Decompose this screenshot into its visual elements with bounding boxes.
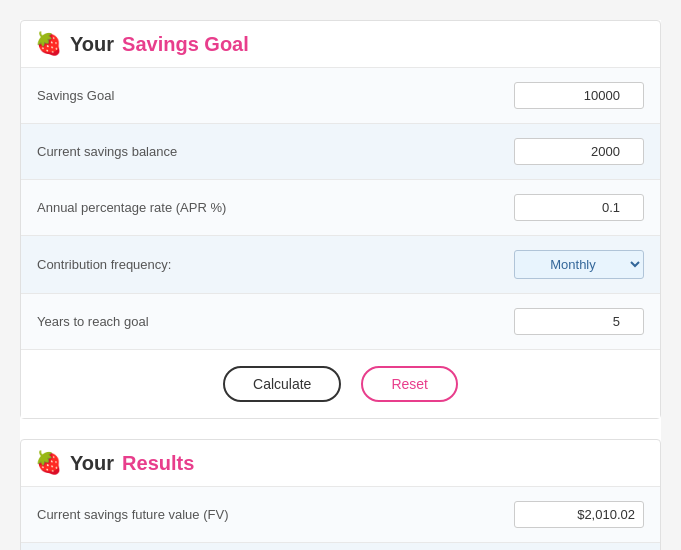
fv-label: Current savings future value (FV) (37, 507, 228, 522)
current-savings-input[interactable] (514, 138, 644, 165)
savings-icon: 🍓 (35, 31, 62, 57)
savings-title-highlight: Savings Goal (122, 33, 249, 56)
apr-row: Annual percentage rate (APR %) (21, 179, 660, 235)
results-section: 🍓 Your Results Current savings future va… (20, 439, 661, 550)
fv-value (514, 501, 644, 528)
years-row: Years to reach goal (21, 293, 660, 349)
main-container: 🍓 Your Savings Goal Savings Goal Current… (20, 20, 661, 550)
results-icon: 🍓 (35, 450, 62, 476)
savings-goal-input[interactable] (514, 82, 644, 109)
results-title-highlight: Results (122, 452, 194, 475)
calculate-button[interactable]: Calculate (223, 366, 341, 402)
savings-goal-label: Savings Goal (37, 88, 114, 103)
savings-goal-section: 🍓 Your Savings Goal Savings Goal Current… (20, 20, 661, 419)
savings-gap-row: Total savings gap (21, 542, 660, 550)
years-label: Years to reach goal (37, 314, 149, 329)
frequency-row: Contribution frequency: Monthly Weekly D… (21, 235, 660, 293)
results-title-your: Your (70, 452, 114, 475)
fv-row: Current savings future value (FV) (21, 486, 660, 542)
current-savings-label: Current savings balance (37, 144, 177, 159)
savings-title-your: Your (70, 33, 114, 56)
button-row: Calculate Reset (21, 349, 660, 418)
frequency-select[interactable]: Monthly Weekly Daily Annually (514, 250, 644, 279)
reset-button[interactable]: Reset (361, 366, 458, 402)
frequency-label: Contribution frequency: (37, 257, 171, 272)
apr-input[interactable] (514, 194, 644, 221)
years-input[interactable] (514, 308, 644, 335)
apr-label: Annual percentage rate (APR %) (37, 200, 226, 215)
savings-goal-header: 🍓 Your Savings Goal (21, 21, 660, 67)
savings-goal-row: Savings Goal (21, 67, 660, 123)
results-header: 🍓 Your Results (21, 440, 660, 486)
current-savings-row: Current savings balance (21, 123, 660, 179)
